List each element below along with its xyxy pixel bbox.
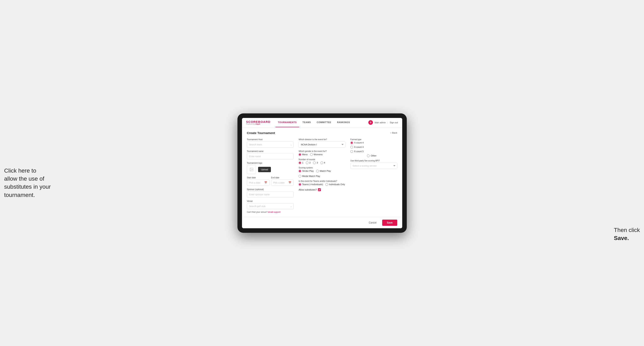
nav-item-teams[interactable]: TEAMS xyxy=(300,118,314,127)
gender-radio-group: Mens Womens xyxy=(298,153,346,156)
tournament-name-input[interactable] xyxy=(247,153,294,159)
email-support-link[interactable]: email support xyxy=(268,211,280,213)
rounds-label: Number of rounds xyxy=(298,158,346,161)
back-chevron: ‹ xyxy=(390,132,391,134)
event-teams-radio[interactable] xyxy=(298,183,301,186)
end-date-input[interactable]: Pick a date 📅 xyxy=(271,179,294,186)
event-teams-option[interactable]: Teams (+Individuals) xyxy=(298,183,323,186)
event-individuals-option[interactable]: Individuals Only xyxy=(326,183,345,186)
rounds-3-radio[interactable] xyxy=(313,162,316,164)
start-date-field: Start date Pick a date 📅 xyxy=(247,176,270,186)
nav-items: TOURNAMENTS TEAMS COMMITTEE RANKINGS xyxy=(276,118,368,127)
format-6count5-radio[interactable] xyxy=(350,150,353,153)
format-6count5-option[interactable]: 6 count 5 xyxy=(350,150,397,153)
scoring-stroke-option[interactable]: Stroke Play xyxy=(298,170,314,173)
gender-womens-option[interactable]: Womens xyxy=(310,153,322,156)
sponsor-field: Sponsor (optional) xyxy=(247,188,294,197)
rounds-4-option[interactable]: 4 xyxy=(320,162,325,164)
form-grid: Tournament Host ⌄ Tournament name Tourna… xyxy=(247,138,397,213)
calendar-end-icon: 📅 xyxy=(288,181,291,184)
substitutes-field: Allow substitutes? xyxy=(298,188,346,191)
username: blair admin xyxy=(374,121,386,124)
format-6count4-radio[interactable] xyxy=(350,146,353,149)
format-6count4-option[interactable]: 6 count 4 xyxy=(350,146,397,149)
event-type-field: Is this event for Teams and/or Individua… xyxy=(298,180,346,186)
division-select[interactable]: NCAA Division I xyxy=(298,142,346,148)
tournament-name-label: Tournament name xyxy=(247,150,294,152)
start-date-label: Start date xyxy=(247,176,270,179)
scoring-system-field: Scoring system Stroke Play Match Play xyxy=(298,167,346,177)
form-col2: Which division is the event for? NCAA Di… xyxy=(298,138,346,213)
substitutes-checkbox[interactable] xyxy=(318,188,321,191)
sponsor-label: Sponsor (optional) xyxy=(247,188,294,190)
logo-brand: clippd xyxy=(255,123,260,125)
event-individuals-radio[interactable] xyxy=(326,183,328,186)
gender-field: Which gender is the event for? Mens Wome… xyxy=(298,150,346,156)
event-type-radio-group: Teams (+Individuals) Individuals Only xyxy=(298,183,346,186)
rounds-radio-group: 1 2 3 4 xyxy=(298,162,346,164)
gender-mens-radio[interactable] xyxy=(298,153,301,156)
form-col3: Format type 5 count 4 6 count 4 xyxy=(350,138,397,213)
logo-placeholder xyxy=(247,165,256,174)
tournament-host-field: Tournament Host ⌄ xyxy=(247,138,294,148)
tournament-host-label: Tournament Host xyxy=(247,138,294,141)
tablet-screen: SCOREBOARD Powered by clippd TOURNAMENTS… xyxy=(242,118,402,228)
scoring-match-radio[interactable] xyxy=(316,170,319,173)
format-other-radio[interactable] xyxy=(367,155,370,157)
format-5count4-radio[interactable] xyxy=(350,142,353,144)
nav-user: B blair admin | Sign out xyxy=(368,120,398,125)
scoring-stroke-radio[interactable] xyxy=(298,170,301,173)
scoring-api-field: Use third-party live scoring API? Select… xyxy=(350,160,397,169)
rounds-field: Number of rounds 1 2 xyxy=(298,158,346,164)
signout-link[interactable]: Sign out xyxy=(390,121,398,124)
page-title: Create Tournament xyxy=(247,131,275,135)
scoring-medal-radio[interactable] xyxy=(298,175,301,177)
tournament-name-field: Tournament name xyxy=(247,150,294,159)
calendar-icon: 📅 xyxy=(264,181,267,184)
logo: SCOREBOARD Powered by clippd xyxy=(246,120,270,125)
rounds-2-option[interactable]: 2 xyxy=(306,162,310,164)
format-radio-group: 5 count 4 6 count 4 6 count 5 xyxy=(350,142,397,157)
scoring-radio-group: Stroke Play Match Play Medal Match Play xyxy=(298,170,346,177)
gender-mens-option[interactable]: Mens xyxy=(298,153,308,156)
rounds-3-option[interactable]: 3 xyxy=(313,162,318,164)
venue-field: Venue ⌄ Can't find your venue? email sup… xyxy=(247,200,294,213)
division-field: Which division is the event for? NCAA Di… xyxy=(298,138,346,148)
gender-label: Which gender is the event for? xyxy=(298,150,346,152)
event-type-label: Is this event for Teams and/or Individua… xyxy=(298,180,346,182)
venue-input[interactable] xyxy=(247,203,294,209)
scoring-api-label: Use third-party live scoring API? xyxy=(350,160,397,162)
page-content: Create Tournament ‹ Back Tournament Host… xyxy=(242,127,402,217)
end-date-field: End date Pick a date 📅 xyxy=(271,176,294,186)
nav-item-tournaments[interactable]: TOURNAMENTS xyxy=(276,118,299,127)
format-other-option[interactable]: Other xyxy=(367,155,397,157)
tournament-host-input[interactable] xyxy=(247,142,294,148)
nav-item-committee[interactable]: COMMITTEE xyxy=(314,118,334,127)
logo-powered: Powered by clippd xyxy=(246,123,270,125)
start-date-input[interactable]: Pick a date 📅 xyxy=(247,179,270,186)
tournament-logo-label: Tournament logo xyxy=(247,162,294,164)
substitutes-label: Allow substitutes? xyxy=(298,188,317,191)
scoring-match-option[interactable]: Match Play xyxy=(316,170,331,173)
search-venue-icon: ⌄ xyxy=(290,205,292,207)
format-5count4-option[interactable]: 5 count 4 xyxy=(350,142,397,144)
gender-womens-radio[interactable] xyxy=(310,153,313,156)
cancel-button[interactable]: Cancel xyxy=(365,220,380,226)
search-host-icon: ⌄ xyxy=(290,143,292,146)
form-col1: Tournament Host ⌄ Tournament name Tourna… xyxy=(247,138,294,213)
back-button[interactable]: ‹ Back xyxy=(390,132,397,134)
save-button[interactable]: Save xyxy=(382,220,397,226)
venue-label: Venue xyxy=(247,200,294,202)
rounds-1-option[interactable]: 1 xyxy=(298,162,303,164)
logo-upload-area: Upload xyxy=(247,165,294,174)
scoring-medal-option[interactable]: Medal Match Play xyxy=(298,175,320,177)
scoring-api-select[interactable]: Select a scoring service xyxy=(350,163,397,169)
sponsor-input[interactable] xyxy=(247,191,294,197)
rounds-4-radio[interactable] xyxy=(320,162,323,164)
tournament-logo-field: Tournament logo Upload xyxy=(247,162,294,174)
rounds-2-radio[interactable] xyxy=(306,162,308,164)
upload-button[interactable]: Upload xyxy=(258,167,271,172)
rounds-1-radio[interactable] xyxy=(298,162,301,164)
nav-item-rankings[interactable]: RANKINGS xyxy=(334,118,352,127)
end-date-label: End date xyxy=(271,176,294,179)
